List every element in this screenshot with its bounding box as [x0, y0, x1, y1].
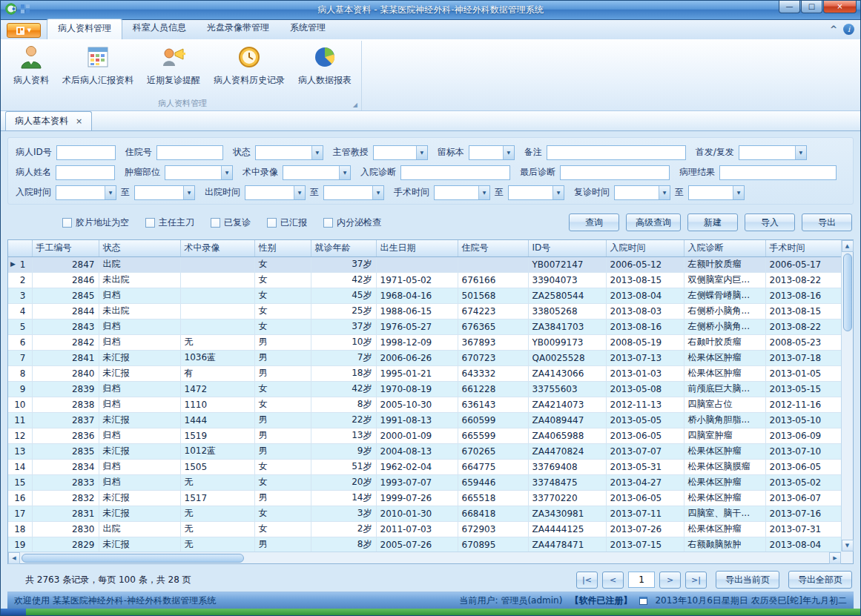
dropdown-arrow-icon[interactable]: ▼ — [733, 186, 744, 199]
endocrine-exam-checkbox-box[interactable] — [323, 218, 333, 228]
revisited-checkbox-box[interactable] — [211, 218, 220, 228]
ribbon-tab-disc-tape-management[interactable]: 光盘录像带管理 — [197, 19, 280, 39]
final-diagnosis-input[interactable] — [560, 165, 670, 180]
discharge-date-range-input-box[interactable] — [324, 186, 372, 199]
table-row[interactable]: 1▶2847出院女37岁YB00721472006-05-12左额叶胶质瘤200… — [8, 256, 841, 272]
dropdown-arrow-icon[interactable]: ▼ — [503, 146, 514, 159]
dropdown-arrow-icon[interactable]: ▼ — [339, 166, 350, 179]
surgery-date-range-input-box[interactable] — [435, 186, 478, 199]
scroll-down-icon[interactable]: ▼ — [842, 540, 854, 552]
admission-number-input[interactable] — [156, 145, 223, 160]
table-row[interactable]: 72841未汇报1036蓝男7岁2006-06-26670723QA002552… — [8, 350, 841, 365]
film-address-empty-checkbox-box[interactable] — [62, 218, 72, 228]
admission-date-range-select[interactable]: ▼ — [56, 185, 116, 200]
dropdown-arrow-icon[interactable]: ▼ — [659, 186, 670, 199]
dialog-launcher-icon[interactable]: ◢ — [353, 102, 357, 108]
professor-select[interactable]: ▼ — [373, 145, 428, 160]
export-current-page-button[interactable]: 导出当前页 — [716, 571, 779, 589]
collapse-ribbon-icon[interactable]: ^ — [830, 24, 837, 35]
patient-name-input[interactable] — [56, 165, 115, 180]
table-row[interactable]: 172831未汇报无女3岁2010-01-30668418ZA343098120… — [8, 506, 841, 521]
admission-diagnosis-input[interactable] — [400, 165, 510, 180]
horizontal-scrollbar[interactable]: ◀ ▶ — [8, 552, 841, 563]
table-row[interactable]: 62842归档无男10岁1998-12-09367893YB0099173200… — [8, 334, 841, 350]
revisit-date-range-select[interactable]: ▼ — [614, 185, 670, 200]
first-recurrence-select[interactable]: ▼ — [739, 145, 807, 160]
page-number-input[interactable] — [628, 572, 655, 588]
table-row[interactable]: 112837未汇报1444男22岁1991-08-13660599ZA40894… — [8, 412, 841, 428]
ribbon-tab-staff-info[interactable]: 科室人员信息 — [122, 19, 197, 39]
horizontal-scroll-thumb[interactable] — [22, 554, 244, 563]
history-record-button[interactable]: 病人资料历史记录 — [207, 41, 291, 97]
table-row[interactable]: 32845归档女45岁1968-04-16501568ZA25805442013… — [8, 288, 841, 303]
surgery-video-input-box[interactable] — [283, 166, 339, 179]
dropdown-arrow-icon[interactable]: ▼ — [416, 146, 427, 159]
checkbox-endocrine-exam[interactable]: 内分泌检查 — [323, 216, 381, 229]
tumor-site-select[interactable]: ▼ — [165, 165, 233, 180]
scroll-left-icon[interactable]: ◀ — [8, 552, 20, 564]
table-row[interactable]: 132835未汇报1012蓝男9岁2004-08-13670265ZA44708… — [8, 443, 841, 459]
specimen-input-box[interactable] — [469, 146, 503, 159]
discharge-date-range-select[interactable]: ▼ — [323, 185, 384, 200]
column-header[interactable]: 术中录像 — [180, 240, 254, 256]
table-row[interactable]: 142834归档1505女51岁1962-02-0466477533769408… — [8, 459, 841, 474]
minimize-button[interactable]: — — [779, 1, 800, 13]
application-menu-button[interactable]: ▼ — [7, 23, 41, 38]
remark-input[interactable] — [547, 145, 686, 160]
admission-date-range-input-box[interactable] — [56, 186, 105, 199]
prev-page-button[interactable]: < — [602, 572, 624, 589]
column-header[interactable]: 状态 — [99, 240, 180, 256]
table-row[interactable]: 22846未出院女42岁1971-05-02676166339040732013… — [8, 272, 841, 288]
table-row[interactable]: 42844未出院女25岁1988-06-15674223338052682013… — [8, 303, 841, 319]
dropdown-arrow-icon[interactable]: ▼ — [478, 186, 489, 199]
checkbox-chief-surgeon[interactable]: 主任主刀 — [145, 216, 194, 229]
column-header[interactable]: 性别 — [254, 240, 311, 256]
pathology-result-input[interactable] — [719, 165, 837, 180]
professor-input-box[interactable] — [374, 146, 416, 159]
dropdown-arrow-icon[interactable]: ▼ — [795, 146, 806, 159]
pathology-result-input-box[interactable] — [720, 166, 836, 179]
next-page-button[interactable]: > — [659, 572, 681, 589]
maximize-button[interactable]: □ — [801, 1, 822, 13]
query-button[interactable]: 查询 — [569, 213, 619, 231]
ribbon-tab-patient-management[interactable]: 病人资料管理 — [47, 19, 122, 39]
table-row[interactable]: 152833归档无女20岁1993-07-0765944633748475201… — [8, 474, 841, 490]
patient-name-input-box[interactable] — [56, 166, 114, 179]
tab-close-icon[interactable]: × — [76, 118, 82, 125]
dropdown-arrow-icon[interactable]: ▼ — [294, 186, 305, 199]
last-page-button[interactable]: >| — [685, 572, 707, 589]
patient-id-input[interactable] — [56, 145, 116, 160]
postop-report-button[interactable]: 术后病人汇报资料 — [56, 41, 140, 97]
vertical-scrollbar[interactable]: ▲ ▼ — [841, 240, 853, 552]
discharge-date-range-select[interactable]: ▼ — [245, 185, 306, 200]
remark-input-box[interactable] — [547, 146, 685, 159]
dropdown-arrow-icon[interactable]: ▼ — [183, 186, 194, 199]
column-header[interactable]: 手术时间 — [765, 240, 841, 256]
tab-patient-basic-info[interactable]: 病人基本资料 × — [5, 111, 92, 130]
patient-id-input-box[interactable] — [57, 146, 115, 159]
revisit-date-range-select[interactable]: ▼ — [688, 185, 745, 200]
column-header[interactable]: ID号 — [528, 240, 606, 256]
vertical-scroll-thumb[interactable] — [843, 254, 852, 331]
close-button[interactable]: × — [823, 1, 857, 13]
import-button[interactable]: 导入 — [745, 213, 795, 231]
admission-number-input-box[interactable] — [157, 146, 222, 159]
table-row[interactable]: 102838归档1110女8岁2005-10-30636143ZA4214073… — [8, 397, 841, 412]
dropdown-arrow-icon[interactable]: ▼ — [372, 186, 383, 199]
surgery-date-range-input-box[interactable] — [509, 186, 552, 199]
dropdown-arrow-icon[interactable]: ▼ — [552, 186, 564, 199]
table-row[interactable]: 82840未汇报有男18岁1995-01-21643332ZA414306620… — [8, 365, 841, 381]
checkbox-film-address-empty[interactable]: 胶片地址为空 — [62, 216, 129, 229]
column-header[interactable]: 就诊年龄 — [311, 240, 376, 256]
table-row[interactable]: 122836归档1519男13岁2000-01-09665599ZA406598… — [8, 428, 841, 443]
column-header[interactable]: 入院诊断 — [684, 240, 765, 256]
indicator-column-header[interactable] — [8, 240, 32, 256]
dropdown-arrow-icon[interactable]: ▼ — [221, 166, 232, 179]
checkbox-reported[interactable]: 已汇报 — [267, 216, 307, 229]
ribbon-tab-system-management[interactable]: 系统管理 — [280, 19, 336, 39]
table-row[interactable]: 162832未汇报1517男14岁1999-07-266655183377022… — [8, 490, 841, 506]
surgery-date-range-select[interactable]: ▼ — [508, 185, 564, 200]
column-header[interactable]: 住院号 — [458, 240, 528, 256]
table-row[interactable]: 192829未汇报无男8岁2005-07-26670895ZA447847120… — [8, 537, 841, 552]
final-diagnosis-input-box[interactable] — [561, 166, 669, 179]
